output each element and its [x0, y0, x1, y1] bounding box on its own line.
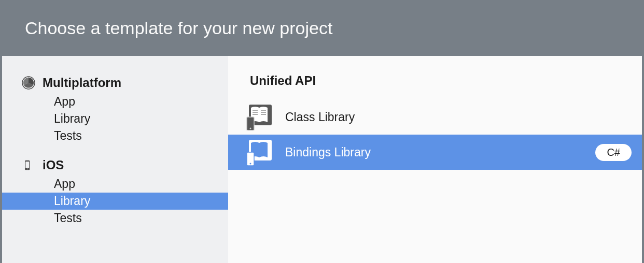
category-header-multiplatform[interactable]: Multiplatform	[2, 74, 228, 93]
sidebar-item-multiplatform-library[interactable]: Library	[2, 110, 228, 127]
category-sidebar: Multiplatform App Library Tests i	[2, 56, 228, 263]
template-list: Unified API	[228, 56, 642, 263]
section-title: Unified API	[228, 74, 642, 88]
sidebar-item-ios-library[interactable]: Library	[2, 193, 228, 210]
svg-point-21	[250, 163, 251, 165]
category-label: Multiplatform	[43, 76, 121, 90]
svg-rect-2	[25, 162, 29, 168]
dialog-title: Choose a template for your new project	[25, 18, 332, 38]
template-label: Bindings Library	[285, 145, 583, 159]
phone-icon	[22, 158, 35, 172]
category-multiplatform: Multiplatform App Library Tests	[2, 74, 228, 144]
new-project-dialog: Choose a template for your new project M…	[0, 0, 644, 263]
template-label: Class Library	[285, 110, 632, 124]
sidebar-item-ios-tests[interactable]: Tests	[2, 210, 228, 227]
multiplatform-icon	[22, 76, 35, 90]
sidebar-item-multiplatform-app[interactable]: App	[2, 93, 228, 110]
dialog-body: Multiplatform App Library Tests i	[2, 56, 642, 263]
template-class-library[interactable]: Class Library	[228, 99, 642, 135]
category-ios: iOS App Library Tests	[2, 156, 228, 227]
category-header-ios[interactable]: iOS	[2, 156, 228, 176]
library-book-icon	[246, 139, 273, 166]
language-badge[interactable]: C#	[595, 144, 632, 161]
svg-point-3	[27, 168, 28, 169]
library-book-icon	[246, 104, 273, 130]
category-label: iOS	[43, 158, 64, 172]
svg-point-12	[250, 128, 251, 129]
dialog-header: Choose a template for your new project	[2, 0, 642, 56]
sidebar-item-multiplatform-tests[interactable]: Tests	[2, 127, 228, 144]
template-bindings-library[interactable]: Bindings Library C#	[228, 135, 642, 170]
sidebar-item-ios-app[interactable]: App	[2, 176, 228, 193]
